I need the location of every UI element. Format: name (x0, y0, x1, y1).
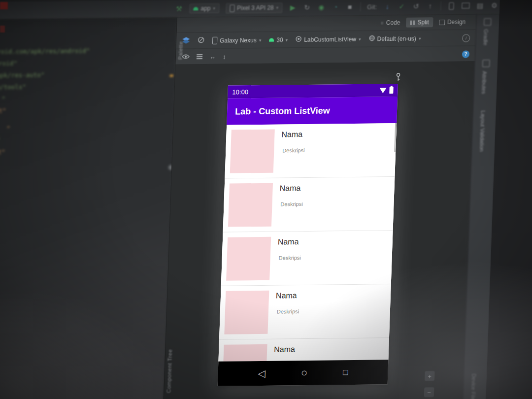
sidebar-item-layout-validation[interactable]: Layout Validation (479, 110, 486, 152)
code-line: iew" (0, 136, 0, 144)
code-line: .com/tools" (0, 83, 26, 91)
tab-split[interactable]: Split (406, 17, 433, 28)
api-level-label: 30 (276, 36, 283, 43)
toolwindow-icon[interactable] (484, 18, 492, 26)
device-icon (212, 37, 218, 44)
device-manager-icon[interactable] (447, 1, 456, 10)
settings-gear-icon[interactable]: ⚙ (490, 1, 499, 10)
list-item[interactable]: Nama Deskripsi (223, 177, 395, 233)
code-line: .com/apk/res-auto" (0, 71, 45, 79)
battery-icon (389, 87, 393, 94)
item-name: Nama (281, 130, 302, 139)
wifi-icon (379, 88, 386, 93)
list-item[interactable]: Nama Deskripsi (221, 231, 393, 286)
navigation-bar: ◁ ○ □ (218, 360, 389, 386)
device-menu-label: Galaxy Nexus (220, 36, 257, 44)
item-description: Deskripsi (282, 147, 305, 153)
zoom-out-button[interactable]: − (424, 387, 434, 397)
chevron-down-icon: ▾ (419, 36, 421, 41)
logcat-icon[interactable] (462, 1, 470, 10)
toolbar-divider (440, 1, 441, 10)
phone-preview[interactable]: 10:00 Lab - Custom ListView Nama (218, 84, 398, 386)
item-name: Nama (274, 345, 295, 354)
item-image-placeholder (223, 344, 267, 362)
status-bar: 10:00 (228, 84, 398, 99)
profile-button[interactable]: ◔ (332, 2, 340, 11)
list-scrollbar[interactable] (394, 123, 397, 152)
home-icon[interactable]: ○ (300, 366, 307, 379)
sidebar-item-gradle[interactable]: Gradle (483, 29, 489, 45)
app-bar: Lab - Custom ListView (227, 97, 398, 125)
code-line: droid" (0, 60, 17, 67)
theme-menu[interactable]: LabCustomListView ▾ (296, 35, 361, 43)
toolwindow-icon[interactable] (482, 60, 490, 67)
git-history-icon[interactable]: ↺ (412, 2, 420, 11)
run-config-label: app (200, 5, 211, 12)
tab-design[interactable]: Design (435, 17, 470, 27)
design-canvas[interactable]: 10:00 Lab - Custom ListView Nama (163, 61, 475, 399)
chevron-down-icon: ▾ (259, 37, 262, 42)
stop-button[interactable]: ■ (346, 2, 354, 11)
sidebar-item-palette[interactable]: Palette (177, 41, 184, 60)
no-design-tools-icon[interactable] (198, 36, 205, 45)
item-description: Deskripsi (277, 308, 299, 314)
globe-icon (368, 35, 375, 42)
back-icon[interactable]: ◁ (258, 367, 266, 379)
item-name: Nama (278, 237, 299, 246)
git-label: Git: (367, 3, 377, 10)
recents-icon[interactable]: □ (343, 367, 348, 377)
info-icon[interactable]: i (462, 34, 470, 42)
list-item[interactable]: Nama Deskripsi (218, 338, 389, 362)
git-push-icon[interactable]: ↑ (426, 1, 434, 10)
item-image-placeholder (224, 291, 269, 334)
android-icon (193, 7, 198, 10)
tab-split-label: Split (417, 19, 429, 26)
sdk-manager-icon[interactable]: ▤ (476, 1, 484, 10)
key-icon (396, 73, 401, 83)
listview[interactable]: Nama Deskripsi Nama Deskripsi Nama Deskr… (218, 123, 397, 362)
layout-editor-pane: ≡ Code Split Design (162, 14, 477, 399)
device-label: Pixel 3 API 28 (237, 4, 274, 12)
sidebar-item-attributes[interactable]: Attributes (481, 71, 488, 94)
run-config-dropdown[interactable]: app ▾ (189, 3, 219, 14)
design-tab-icon (439, 19, 445, 25)
orientation-horizontal-icon[interactable]: ↔ (209, 53, 216, 60)
sidebar-item-device-file-explorer[interactable]: Device File Explorer (469, 373, 477, 399)
list-item[interactable]: Nama Deskripsi (219, 284, 391, 340)
chevron-down-icon: ▾ (359, 36, 361, 41)
code-editor[interactable]: s.android.com/apk/res/android" droid" .c… (0, 18, 177, 399)
zoom-controls: + − ◻ (424, 371, 435, 399)
list-item[interactable]: Nama Deskripsi (225, 123, 397, 179)
git-commit-icon[interactable]: ✓ (398, 2, 406, 11)
help-icon[interactable]: ? (462, 50, 470, 58)
theme-menu-label: LabCustomListView (304, 35, 356, 43)
item-name: Nama (279, 184, 300, 193)
android-icon (269, 38, 274, 42)
item-image-placeholder (226, 237, 271, 281)
android-studio-window: ⚒ app ▾ Pixel 3 API 28 ▾ ▶ ↻ ◉ ◔ ■ Git: … (0, 0, 532, 399)
device-dropdown[interactable]: Pixel 3 API 28 ▾ (226, 2, 283, 13)
item-name: Nama (276, 291, 297, 300)
tab-design-label: Design (447, 19, 466, 26)
device-menu[interactable]: Galaxy Nexus ▾ (212, 36, 262, 44)
status-time: 10:00 (232, 88, 248, 96)
locale-menu[interactable]: Default (en-us) ▾ (368, 34, 421, 42)
item-image-placeholder (230, 130, 275, 173)
corner-artifact (0, 2, 8, 9)
build-hammer-icon[interactable]: ⚒ (175, 4, 183, 13)
orientation-vertical-icon[interactable]: ↕ (223, 53, 226, 60)
tab-code[interactable]: ≡ Code (376, 18, 404, 28)
chevron-down-icon: ▾ (286, 37, 288, 42)
corner-artifact (0, 26, 5, 33)
git-update-icon[interactable]: ↓ (383, 2, 392, 11)
code-tab-icon: ≡ (380, 20, 384, 26)
debug-button[interactable]: ◉ (317, 3, 326, 12)
run-button[interactable]: ▶ (289, 3, 297, 12)
api-level-menu[interactable]: 30 ▾ (269, 36, 288, 43)
item-image-placeholder (228, 183, 273, 227)
device-phone-icon (230, 4, 235, 12)
apply-changes-icon[interactable]: ↻ (303, 3, 311, 12)
blueprint-list-icon[interactable] (197, 54, 202, 59)
zoom-in-button[interactable]: + (425, 371, 435, 381)
design-header: ≡ Code Split Design (176, 14, 477, 64)
